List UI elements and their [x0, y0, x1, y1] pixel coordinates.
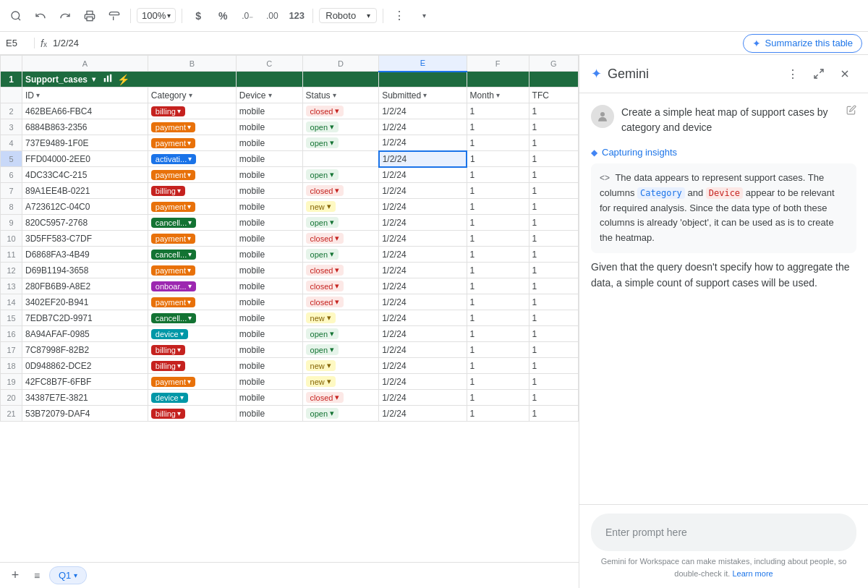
- category-badge: billing ▾: [151, 361, 185, 371]
- header-device[interactable]: Device ▾: [236, 88, 302, 103]
- status-badge: new ▾: [306, 201, 336, 212]
- insights-code-block: <> The data appears to represent support…: [591, 163, 856, 253]
- col-header-f[interactable]: F: [467, 56, 529, 72]
- col-header-e[interactable]: E: [379, 56, 467, 72]
- gemini-header: ✦ Gemini ⋮: [579, 55, 868, 93]
- device-filter-arrow[interactable]: ▾: [268, 91, 272, 99]
- col-header-d[interactable]: D: [302, 56, 379, 72]
- table-dropdown-icon[interactable]: ▾: [92, 75, 95, 83]
- table-chart-icon[interactable]: [103, 73, 113, 85]
- status-badge: new ▾: [306, 312, 336, 323]
- table-row: 11 D6868FA3-4B49 cancell... ▾ mobile ope…: [1, 247, 579, 263]
- status-filter-arrow[interactable]: ▾: [333, 91, 336, 99]
- status-badge: open ▾: [306, 249, 339, 260]
- sheet-tabs: + ≡ Q1 ▾: [0, 562, 579, 588]
- gemini-panel: ✦ Gemini ⋮ Create a simple heat map: [579, 55, 868, 588]
- learn-more-link[interactable]: Learn more: [732, 569, 773, 578]
- cell-reference[interactable]: E5: [6, 38, 35, 48]
- sheet-tab-arrow: ▾: [74, 571, 77, 579]
- table-row: 13 280FB6B9-A8E2 onboar... ▾ mobile clos…: [1, 278, 579, 294]
- month-filter-arrow[interactable]: ▾: [496, 91, 500, 99]
- status-badge: open ▾: [306, 408, 339, 419]
- font-selector[interactable]: Roboto ▾: [319, 8, 377, 23]
- table-title-cell[interactable]: Support_cases ▾ ⚡: [22, 72, 237, 88]
- col-header-c[interactable]: C: [236, 56, 302, 72]
- status-badge: closed ▾: [306, 281, 344, 291]
- zoom-control[interactable]: 100% ▾: [137, 8, 176, 23]
- svg-rect-2: [104, 78, 106, 82]
- more-options-icon[interactable]: ⋮: [389, 6, 409, 26]
- dollar-icon[interactable]: $: [188, 6, 208, 26]
- add-sheet-button[interactable]: +: [6, 566, 25, 585]
- table-row: 21 53B72079-DAF4 billing ▾ mobile open ▾…: [1, 406, 579, 422]
- insights-label: Capturing insights: [602, 147, 677, 158]
- decimal-decrease-icon[interactable]: .0₋: [237, 6, 258, 26]
- category-badge: billing ▾: [151, 409, 185, 419]
- header-id[interactable]: ID ▾: [22, 88, 148, 103]
- header-tfc: TFC: [529, 88, 578, 103]
- gemini-more-options-button[interactable]: ⋮: [781, 62, 804, 85]
- format-paint-icon[interactable]: [104, 6, 124, 26]
- category-badge: cancell... ▾: [151, 250, 196, 260]
- category-filter-arrow[interactable]: ▾: [189, 91, 192, 99]
- svg-rect-1: [87, 17, 93, 20]
- table-title-empty-d: [302, 72, 379, 88]
- zoom-dropdown-icon: ▾: [167, 12, 171, 20]
- decimal-increase-icon[interactable]: .00: [262, 6, 282, 26]
- row-num-header: [1, 88, 22, 103]
- sheet-tab-label: Q1: [59, 570, 71, 581]
- divider-2: [182, 9, 182, 23]
- sheet-tab-q1[interactable]: Q1 ▾: [49, 566, 87, 584]
- gemini-description: Given that the query doesn't specify how…: [591, 259, 856, 291]
- table-row: 8 A723612C-04C0 payment ▾ mobile new ▾ 1…: [1, 199, 579, 215]
- prompt-placeholder: Enter prompt here: [605, 527, 687, 538]
- status-badge: open ▾: [306, 122, 339, 132]
- summarize-label: Summarize this table: [765, 38, 853, 48]
- formula-bar: E5 fx 1/2/24 ✦ Summarize this table: [0, 32, 868, 55]
- table-row: 19 42FC8B7F-6FBF payment ▾ mobile new ▾ …: [1, 374, 579, 390]
- disclaimer-text: Gemini for Workspace can make mistakes, …: [601, 557, 847, 578]
- spreadsheet: A B C D E F G 1 Suppo: [0, 55, 579, 588]
- gemini-prompt-input[interactable]: Enter prompt here: [591, 514, 856, 551]
- sheet-container[interactable]: A B C D E F G 1 Suppo: [0, 55, 579, 562]
- toolbar: 100% ▾ $ % .0₋ .00 123 Roboto ▾ ⋮ ▾: [0, 0, 868, 32]
- formula-value: 1/2/24: [53, 38, 737, 48]
- header-submitted[interactable]: Submitted ▾: [379, 88, 467, 103]
- edit-message-icon[interactable]: [846, 105, 856, 135]
- col-header-g[interactable]: G: [529, 56, 578, 72]
- search-icon[interactable]: [6, 6, 26, 26]
- header-month[interactable]: Month ▾: [467, 88, 529, 103]
- table-header-row: ID ▾ Category ▾ Device: [1, 88, 579, 103]
- percent-icon[interactable]: %: [213, 6, 233, 26]
- undo-icon[interactable]: [30, 6, 51, 26]
- status-badge: closed ▾: [306, 392, 344, 403]
- gemini-title: Gemini: [608, 67, 775, 82]
- category-badge: cancell... ▾: [151, 313, 196, 323]
- category-tag: Category: [637, 187, 685, 199]
- table-flash-icon[interactable]: ⚡: [117, 74, 129, 85]
- chevron-down-icon[interactable]: ▾: [414, 6, 434, 26]
- number-format-icon[interactable]: 123: [286, 6, 307, 26]
- gemini-disclaimer: Gemini for Workspace can make mistakes, …: [591, 551, 856, 579]
- header-status[interactable]: Status ▾: [302, 88, 379, 103]
- table-row: 17 7C87998F-82B2 billing ▾ mobile open ▾…: [1, 342, 579, 358]
- divider-4: [383, 9, 383, 23]
- id-filter-arrow[interactable]: ▾: [36, 91, 40, 99]
- submitted-filter-arrow[interactable]: ▾: [423, 91, 427, 99]
- sheets-menu-button[interactable]: ≡: [27, 566, 46, 585]
- gemini-expand-button[interactable]: [807, 62, 830, 85]
- category-badge: payment ▾: [151, 234, 195, 244]
- print-icon[interactable]: [80, 6, 100, 26]
- summarize-button[interactable]: ✦ Summarize this table: [743, 34, 862, 53]
- gemini-close-button[interactable]: [833, 62, 856, 85]
- col-header-a[interactable]: A: [22, 56, 148, 72]
- zoom-value: 100%: [142, 10, 166, 21]
- col-header-b[interactable]: B: [148, 56, 236, 72]
- header-category[interactable]: Category ▾: [148, 88, 236, 103]
- category-badge: payment ▾: [151, 170, 195, 180]
- category-badge: payment ▾: [151, 122, 195, 132]
- divider-1: [130, 9, 131, 23]
- status-badge: open ▾: [306, 137, 339, 148]
- redo-icon[interactable]: [55, 6, 75, 26]
- status-badge: new ▾: [306, 376, 336, 387]
